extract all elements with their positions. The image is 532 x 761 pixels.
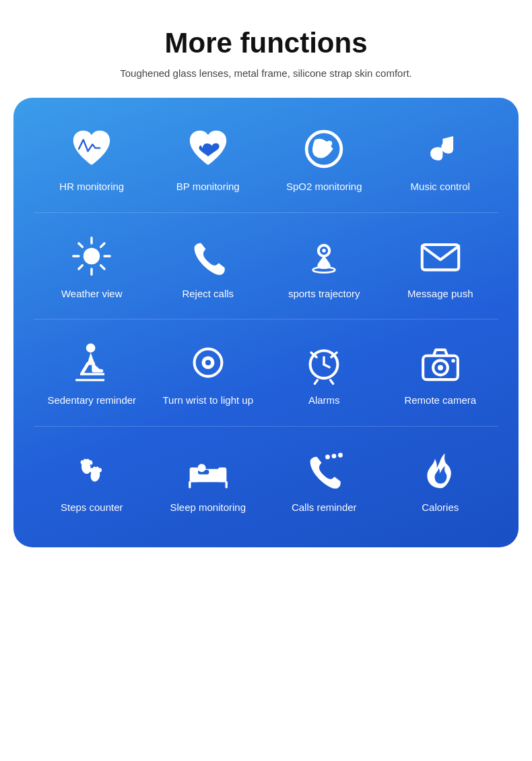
svg-rect-44 <box>190 467 198 482</box>
sedentary-reminder-icon <box>67 338 116 387</box>
page-subtitle: Toughened glass lenses, metal frame, sil… <box>120 67 412 79</box>
svg-line-23 <box>324 365 329 367</box>
weather-view-icon <box>67 232 116 280</box>
bp-monitoring-label: BP monitoring <box>176 180 240 193</box>
bp-monitoring-icon <box>184 125 232 173</box>
sports-trajectory-label: sports trajectory <box>288 287 360 301</box>
calories-icon <box>416 446 465 494</box>
feature-spo2-monitoring: SpO2 monitoring <box>270 125 378 193</box>
svg-line-7 <box>79 243 82 246</box>
svg-line-9 <box>101 243 104 246</box>
svg-point-15 <box>86 343 96 353</box>
steps-counter-icon <box>67 446 116 494</box>
svg-point-20 <box>205 360 211 365</box>
svg-point-1 <box>327 141 332 146</box>
remote-camera-icon <box>416 338 465 387</box>
calories-label: Calories <box>422 501 459 514</box>
feature-row-4: Steps counter Sleep monitoring <box>34 446 498 514</box>
calls-reminder-icon <box>300 446 348 494</box>
turn-wrist-icon <box>184 338 232 387</box>
sleep-monitoring-label: Sleep monitoring <box>170 501 246 514</box>
divider-3 <box>34 426 498 427</box>
alarms-icon <box>300 338 348 387</box>
sports-trajectory-icon <box>300 232 348 280</box>
feature-alarms: Alarms <box>270 338 378 407</box>
sedentary-reminder-label: Sedentary reminder <box>47 394 136 407</box>
feature-row-1: HR monitoring BP monitoring SpO2 monitor… <box>34 125 498 193</box>
feature-hr-monitoring: HR monitoring <box>38 125 145 193</box>
sleep-monitoring-icon <box>184 446 232 494</box>
feature-turn-wrist: Turn wrist to light up <box>154 338 262 407</box>
turn-wrist-label: Turn wrist to light up <box>163 394 254 407</box>
svg-point-2 <box>84 247 100 264</box>
feature-steps-counter: Steps counter <box>38 446 145 514</box>
svg-line-26 <box>315 380 318 384</box>
svg-point-47 <box>197 464 205 472</box>
svg-line-10 <box>79 265 82 268</box>
features-card: HR monitoring BP monitoring SpO2 monitor… <box>13 98 519 547</box>
feature-message-push: Message push <box>387 232 494 301</box>
divider-1 <box>34 212 498 213</box>
svg-rect-45 <box>218 467 226 482</box>
hr-monitoring-icon <box>67 125 116 173</box>
svg-point-52 <box>338 452 343 457</box>
svg-point-30 <box>438 365 443 370</box>
feature-weather-view: Weather view <box>38 232 145 301</box>
feature-row-3: Sedentary reminder Turn wrist to light u… <box>34 338 498 407</box>
svg-line-8 <box>101 265 104 268</box>
page-title: More functions <box>165 27 368 59</box>
svg-point-51 <box>332 454 337 458</box>
svg-point-12 <box>323 249 326 252</box>
svg-point-13 <box>313 267 335 272</box>
spo2-monitoring-icon <box>300 125 348 173</box>
steps-counter-label: Steps counter <box>61 501 123 514</box>
feature-sleep-monitoring: Sleep monitoring <box>154 446 262 514</box>
calls-reminder-label: Calls reminder <box>292 501 357 514</box>
feature-bp-monitoring: BP monitoring <box>154 125 262 193</box>
svg-point-31 <box>451 359 455 363</box>
spo2-monitoring-label: SpO2 monitoring <box>286 180 362 193</box>
feature-sports-trajectory: sports trajectory <box>270 232 378 301</box>
svg-point-50 <box>325 454 330 459</box>
reject-calls-icon <box>184 232 232 280</box>
svg-line-27 <box>331 380 333 384</box>
alarms-label: Alarms <box>308 394 340 407</box>
hr-monitoring-label: HR monitoring <box>59 180 124 193</box>
message-push-icon <box>416 232 465 280</box>
weather-view-label: Weather view <box>61 287 123 301</box>
feature-remote-camera: Remote camera <box>387 338 494 407</box>
music-control-icon <box>416 125 465 173</box>
feature-music-control: Music control <box>387 125 494 193</box>
feature-sedentary-reminder: Sedentary reminder <box>38 338 145 407</box>
reject-calls-label: Reject calls <box>182 287 234 301</box>
message-push-label: Message push <box>407 287 473 301</box>
feature-calories: Calories <box>387 446 494 514</box>
divider-2 <box>34 319 498 319</box>
feature-reject-calls: Reject calls <box>154 232 262 301</box>
feature-row-2: Weather view Reject calls sports traject… <box>34 232 498 301</box>
music-control-label: Music control <box>411 180 470 193</box>
remote-camera-label: Remote camera <box>404 394 476 407</box>
feature-calls-reminder: Calls reminder <box>270 446 378 514</box>
